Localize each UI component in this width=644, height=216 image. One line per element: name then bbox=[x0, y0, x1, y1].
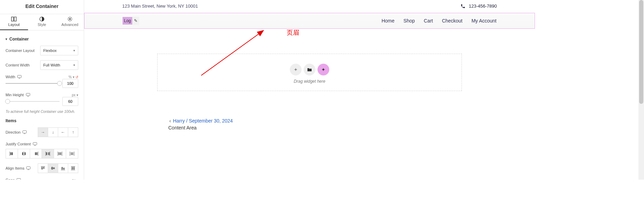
container-layout-value: Flexbox bbox=[43, 48, 57, 53]
align-buttons bbox=[38, 163, 78, 173]
svg-rect-44 bbox=[42, 167, 43, 170]
nav-account[interactable]: My Account bbox=[472, 18, 497, 24]
justify-space-evenly[interactable] bbox=[66, 149, 78, 159]
nav-shop[interactable]: Shop bbox=[403, 18, 415, 24]
nav-cart[interactable]: Cart bbox=[424, 18, 433, 24]
ai-button[interactable]: ✦ bbox=[317, 64, 329, 75]
svg-rect-35 bbox=[59, 152, 60, 155]
reset-icon[interactable]: ↺ bbox=[75, 75, 78, 79]
width-unit-text: % bbox=[69, 75, 72, 79]
width-unit[interactable]: % ▾ ↺ bbox=[69, 75, 78, 79]
min-height-label-text: Min Height bbox=[6, 93, 24, 97]
align-start[interactable] bbox=[38, 163, 48, 173]
min-height-input[interactable] bbox=[62, 97, 78, 106]
svg-line-9 bbox=[71, 20, 72, 21]
field-gaps: Gaps px ▾ bbox=[6, 178, 78, 180]
nav-home[interactable]: Home bbox=[382, 18, 394, 24]
min-height-hint: To achieve full height Container use 100… bbox=[6, 109, 78, 114]
justify-end[interactable] bbox=[30, 149, 42, 159]
tab-advanced[interactable]: Advanced bbox=[56, 14, 84, 30]
tab-layout[interactable]: Layout bbox=[0, 14, 28, 30]
align-center[interactable] bbox=[48, 163, 58, 173]
desktop-icon bbox=[23, 130, 27, 134]
content-width-value: Full Width bbox=[43, 63, 60, 67]
container-layout-label: Container Layout bbox=[6, 48, 35, 53]
direction-column[interactable]: ↓ bbox=[48, 127, 58, 137]
template-button[interactable] bbox=[304, 64, 315, 75]
align-end[interactable] bbox=[58, 163, 68, 173]
justify-center[interactable] bbox=[18, 149, 30, 159]
desktop-icon bbox=[33, 142, 37, 146]
chevron-down-icon: ▾ bbox=[77, 178, 78, 180]
direction-column-reverse[interactable]: ↑ bbox=[68, 127, 78, 137]
svg-rect-28 bbox=[36, 152, 37, 155]
add-widget-button[interactable]: ＋ bbox=[290, 64, 302, 75]
justify-end-icon bbox=[34, 152, 38, 156]
scrollbar-thumb[interactable] bbox=[639, 0, 643, 104]
svg-rect-12 bbox=[18, 75, 21, 78]
section-container-label: Container bbox=[9, 37, 29, 42]
justify-start[interactable] bbox=[6, 149, 18, 159]
post-author[interactable]: Harry bbox=[173, 118, 185, 124]
min-height-unit[interactable]: px ▾ bbox=[72, 93, 78, 97]
svg-rect-1 bbox=[14, 17, 16, 21]
svg-rect-16 bbox=[23, 131, 27, 133]
page-scrollbar[interactable] bbox=[638, 0, 644, 180]
chevron-down-icon: ▾ bbox=[73, 75, 74, 79]
logo-edit-button[interactable]: ✎ bbox=[132, 17, 139, 25]
justify-space-between[interactable] bbox=[42, 149, 54, 159]
justify-buttons bbox=[6, 149, 78, 159]
chevron-down-icon: ▾ bbox=[77, 93, 78, 97]
width-slider[interactable] bbox=[6, 80, 60, 87]
style-icon bbox=[28, 16, 56, 22]
svg-rect-47 bbox=[52, 167, 53, 170]
field-min-height: Min Height px ▾ bbox=[6, 93, 78, 97]
svg-rect-0 bbox=[11, 17, 14, 21]
svg-rect-48 bbox=[53, 168, 54, 169]
site-header-container[interactable]: Log ✎ Home Shop Cart Checkout My Account bbox=[84, 13, 535, 29]
logo-widget[interactable]: Log ✎ bbox=[123, 16, 139, 26]
direction-buttons: → ↓ ← ↑ bbox=[38, 127, 78, 137]
align-label: Align Items bbox=[6, 166, 30, 170]
width-label: Width bbox=[6, 75, 21, 79]
field-direction: Direction → ↓ ← ↑ bbox=[6, 127, 78, 137]
tab-style[interactable]: Style bbox=[28, 14, 56, 30]
justify-between-icon bbox=[45, 152, 50, 156]
sparkle-icon: ✦ bbox=[321, 67, 325, 72]
direction-label-text: Direction bbox=[6, 130, 20, 134]
content-width-select[interactable]: Full Width bbox=[40, 60, 78, 70]
svg-rect-51 bbox=[63, 168, 64, 170]
desktop-icon bbox=[17, 178, 21, 180]
post-sep: / bbox=[185, 118, 189, 124]
container-layout-select[interactable]: Flexbox bbox=[40, 46, 78, 55]
width-input[interactable] bbox=[62, 79, 78, 88]
arrow-up-icon: ↑ bbox=[72, 130, 74, 135]
sidebar-title: Edit Container bbox=[0, 0, 84, 14]
direction-label: Direction bbox=[6, 130, 27, 134]
arrow-left-icon: ← bbox=[61, 130, 65, 135]
topbar-phone-text: 123-456-7890 bbox=[469, 3, 497, 9]
gaps-unit[interactable]: px ▾ bbox=[72, 178, 78, 180]
topbar: 123 Main Street, New York, NY 10001 123-… bbox=[84, 0, 535, 12]
content-area-label: Content Area bbox=[168, 125, 197, 130]
nav-checkout[interactable]: Checkout bbox=[442, 18, 462, 24]
desktop-icon bbox=[26, 93, 30, 97]
arrow-down-icon: ↓ bbox=[52, 130, 54, 135]
align-stretch[interactable] bbox=[68, 163, 78, 173]
arrow-right-icon: → bbox=[41, 130, 45, 135]
drop-zone[interactable]: ＋ ✦ Drag widget here bbox=[157, 54, 462, 91]
gaps-unit-text: px bbox=[72, 178, 75, 180]
tab-advanced-label: Advanced bbox=[61, 22, 78, 27]
align-start-icon bbox=[41, 166, 45, 170]
svg-line-11 bbox=[71, 17, 72, 18]
direction-row-reverse[interactable]: ← bbox=[58, 127, 68, 137]
min-height-slider-row bbox=[6, 97, 78, 106]
section-container[interactable]: Container bbox=[6, 37, 78, 42]
min-height-slider[interactable] bbox=[6, 98, 60, 105]
svg-rect-24 bbox=[22, 152, 23, 155]
direction-row[interactable]: → bbox=[38, 127, 48, 137]
svg-rect-18 bbox=[33, 143, 37, 145]
post-date[interactable]: September 30, 2024 bbox=[189, 118, 233, 124]
svg-rect-25 bbox=[25, 152, 26, 155]
justify-space-around[interactable] bbox=[54, 149, 66, 159]
